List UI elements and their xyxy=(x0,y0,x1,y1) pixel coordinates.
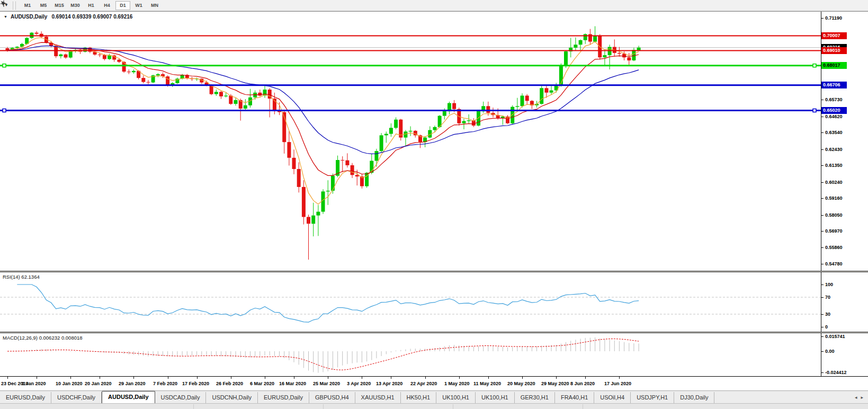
line-handle xyxy=(813,109,816,112)
rsi-label: RSI(14) 62.1364 xyxy=(3,274,40,280)
date-tick xyxy=(7,377,8,379)
chart-tab-12-FRA40-H1[interactable]: FRA40,H1 xyxy=(555,392,594,403)
chart-tab-11-GER30-H1[interactable]: GER30,H1 xyxy=(515,392,555,403)
date-tick xyxy=(522,377,523,379)
date-tick xyxy=(556,377,557,379)
chart-tab-8-HK50-H1[interactable]: HK50,H1 xyxy=(401,392,437,403)
top-toolbar: ▼ M1M5M15M30H1H4D1W1MN xyxy=(0,0,868,11)
line-handle xyxy=(3,64,6,67)
price-tick-label: 0.56970 xyxy=(821,228,843,234)
macd-tick-label: 0.015741 xyxy=(821,333,845,340)
chart-tab-15-DJ30-Daily[interactable]: DJ30,Daily xyxy=(674,392,714,403)
chart-symbol-label: AUDUSD,Daily xyxy=(11,14,47,20)
price-tick-label: 0.64620 xyxy=(821,113,843,120)
date-label: 20 Jan 2020 xyxy=(85,381,112,386)
bottom-scrollbar[interactable] xyxy=(0,403,868,409)
line-handle xyxy=(813,64,816,67)
rsi-tick-label: 0 xyxy=(821,324,828,330)
chart-tab-10-UK100-H1[interactable]: UK100,H1 xyxy=(476,392,515,403)
rsi-pane[interactable]: RSI(14) 62.1364 10070300 xyxy=(0,272,868,332)
chart-tab-13-USOil-H4[interactable]: USOil,H4 xyxy=(594,392,631,403)
tab-scroll-arrows: ◂ ▸ xyxy=(850,395,868,400)
price-tick-label: 0.63540 xyxy=(821,129,843,136)
date-label: 10 Jan 2020 xyxy=(56,381,83,386)
candles xyxy=(6,26,641,260)
price-tick-label: 0.71190 xyxy=(821,15,842,21)
crosshair-cursor-icon xyxy=(0,0,7,7)
ma-fast xyxy=(7,38,639,204)
rsi-chart[interactable] xyxy=(0,272,821,332)
date-tick xyxy=(231,377,231,379)
macd-plot-area[interactable]: MACD(12,26,9) 0.006232 0.008018 xyxy=(0,333,821,376)
timeframe-button-W1[interactable]: W1 xyxy=(131,1,146,10)
chart-tab-4-USDCNH-Daily[interactable]: USDCNH,Daily xyxy=(206,392,258,403)
rsi-tick-label: 100 xyxy=(821,281,833,288)
price-tick-label: 0.62430 xyxy=(821,146,843,153)
timeframe-button-MN[interactable]: MN xyxy=(147,1,162,10)
candlestick-chart[interactable] xyxy=(0,12,821,271)
scrollbar-notch xyxy=(323,404,324,409)
price-tick-label: 0.54780 xyxy=(821,261,843,267)
chart-tab-1-USDCHF-Daily[interactable]: USDCHF,Daily xyxy=(51,392,102,403)
date-tick xyxy=(265,377,265,379)
price-tick-label: 0.60240 xyxy=(821,179,843,185)
date-tick xyxy=(619,377,620,379)
chart-tab-bar: EURUSD,DailyUSDCHF,DailyAUDUSD,DailyUSDC… xyxy=(0,390,868,403)
chart-tabs: EURUSD,DailyUSDCHF,DailyAUDUSD,DailyUSDC… xyxy=(0,391,714,403)
timeframe-button-H1[interactable]: H1 xyxy=(84,1,99,10)
chart-tab-7-XAUUSD-H1[interactable]: XAUUSD,H1 xyxy=(355,392,401,403)
date-tick xyxy=(585,377,586,379)
chart-tab-6-GBPUSD-H4[interactable]: GBPUSD,H4 xyxy=(309,392,355,403)
timeframe-button-M5[interactable]: M5 xyxy=(36,1,51,10)
chart-tab-0-EURUSD-Daily[interactable]: EURUSD,Daily xyxy=(0,392,51,403)
date-tick xyxy=(100,377,100,379)
chart-tab-3-USDCAD-Daily[interactable]: USDCAD,Daily xyxy=(155,392,207,403)
chart-tab-9-UK100-H1[interactable]: UK100,H1 xyxy=(436,392,476,403)
date-label: 1 May 2020 xyxy=(444,381,470,386)
timeframe-button-D1[interactable]: D1 xyxy=(115,1,130,10)
scrollbar-notch xyxy=(453,404,453,409)
chart-window: ▼ AUDUSD,Daily 0.69014 0.69339 0.69007 0… xyxy=(0,11,868,390)
rsi-line xyxy=(17,284,639,322)
date-tick xyxy=(294,377,294,379)
chart-tab-14-USDJPY-H1[interactable]: USDJPY,H1 xyxy=(631,392,674,403)
price-badge: 0.65020 xyxy=(821,107,847,114)
price-badge: 0.69010 xyxy=(821,47,847,54)
date-label: 8 Jun 2020 xyxy=(570,381,595,386)
chart-tab-2-AUDUSD-Daily[interactable]: AUDUSD,Daily xyxy=(102,391,155,403)
price-badge: 0.68017 xyxy=(821,62,847,69)
timeframe-button-M15[interactable]: M15 xyxy=(52,1,67,10)
date-label: 20 May 2020 xyxy=(507,381,535,386)
macd-pane[interactable]: MACD(12,26,9) 0.006232 0.008018 0.015741… xyxy=(0,333,868,376)
timeframe-button-M30[interactable]: M30 xyxy=(68,1,83,10)
chart-title: ▼ AUDUSD,Daily 0.69014 0.69339 0.69007 0… xyxy=(4,14,132,20)
price-axis[interactable]: 0.711900.679200.657300.646200.635400.624… xyxy=(821,12,868,271)
macd-axis[interactable]: 0.0157410.00-0.024412 xyxy=(821,333,868,376)
macd-chart[interactable] xyxy=(0,333,821,376)
rsi-plot-area[interactable]: RSI(14) 62.1364 xyxy=(0,272,821,332)
price-badge: 0.70007 xyxy=(821,32,847,39)
price-tick-label: 0.58050 xyxy=(821,212,843,218)
date-tick xyxy=(488,377,489,379)
date-label: 16 Mar 2020 xyxy=(279,381,306,386)
date-tick xyxy=(425,377,426,379)
date-axis[interactable]: 23 Dec 20191 Jan 202010 Jan 202020 Jan 2… xyxy=(0,376,868,390)
date-label: 1 Jan 2020 xyxy=(22,381,46,386)
cursor-tool-button[interactable]: ▼ xyxy=(2,1,10,11)
date-label: 25 Mar 2020 xyxy=(313,381,340,386)
collapse-triangle-icon[interactable]: ▼ xyxy=(4,15,7,19)
chart-tab-5-EURUSD-Daily[interactable]: EURUSD,Daily xyxy=(258,392,309,403)
tab-scroll-right-icon[interactable]: ▸ xyxy=(861,395,863,400)
date-tick xyxy=(70,377,71,379)
rsi-axis[interactable]: 10070300 xyxy=(821,272,868,332)
timeframe-button-M1[interactable]: M1 xyxy=(20,1,35,10)
main-plot-area[interactable]: ▼ AUDUSD,Daily 0.69014 0.69339 0.69007 0… xyxy=(0,12,821,271)
date-label: 3 Apr 2020 xyxy=(347,381,371,386)
main-chart-pane[interactable]: ▼ AUDUSD,Daily 0.69014 0.69339 0.69007 0… xyxy=(0,11,868,271)
timeframe-button-H4[interactable]: H4 xyxy=(100,1,114,10)
tab-scroll-left-icon[interactable]: ◂ xyxy=(855,395,857,400)
date-label: 29 Jan 2020 xyxy=(119,381,146,386)
price-tick-label: 0.65730 xyxy=(821,96,843,103)
timeframe-toolbar: M1M5M15M30H1H4D1W1MN xyxy=(20,1,163,10)
toolbar-grip[interactable] xyxy=(13,2,16,10)
